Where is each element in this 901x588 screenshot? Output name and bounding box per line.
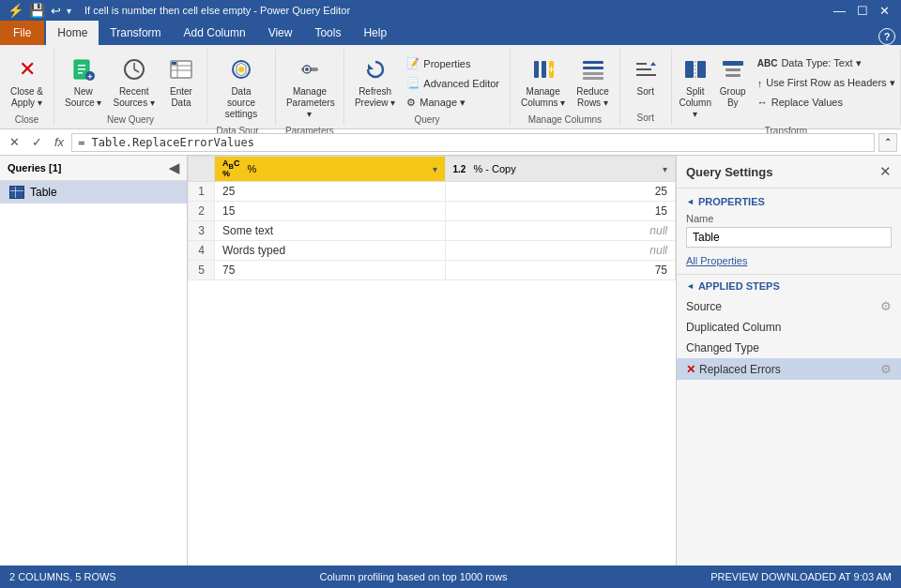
help-button[interactable]: ? bbox=[878, 28, 895, 45]
manage-parameters-button[interactable]: ManageParameters ▾ bbox=[282, 51, 338, 124]
first-row-headers-label: Use First Row as Headers ▾ bbox=[766, 77, 894, 89]
first-row-headers-button[interactable]: ↑ Use First Row as Headers ▾ bbox=[753, 74, 900, 92]
maximize-button[interactable]: ☐ bbox=[853, 4, 872, 18]
split-column-button[interactable]: SplitColumn ▾ bbox=[678, 51, 713, 124]
all-properties-link[interactable]: All Properties bbox=[677, 255, 901, 274]
tab-home[interactable]: Home bbox=[46, 21, 99, 45]
row1-col1: 25 bbox=[215, 182, 446, 202]
data-grid[interactable]: ABC% % ▾ 1.2 % - Copy bbox=[188, 156, 676, 565]
query-item-table[interactable]: Table bbox=[0, 181, 187, 204]
title-bar: ⚡ 💾 ↩ ▾ If cell is number then cell else… bbox=[0, 0, 901, 21]
step-error-icon: ✕ bbox=[686, 363, 695, 376]
row5-col1: 75 bbox=[215, 261, 446, 280]
quick-dropdown-icon[interactable]: ▾ bbox=[67, 6, 71, 16]
step-source-gear-icon[interactable]: ⚙ bbox=[880, 299, 892, 313]
step-duplicated-column[interactable]: Duplicated Column bbox=[677, 317, 901, 338]
group-by-icon bbox=[718, 54, 748, 84]
row3-col2: null bbox=[445, 221, 676, 241]
quick-undo-icon[interactable]: ↩ bbox=[51, 4, 61, 18]
step-replaced-errors[interactable]: ✕ Replaced Errors ⚙ bbox=[677, 358, 901, 380]
query-item-table-label: Table bbox=[30, 186, 57, 199]
queries-panel: Queries [1] ◀ Table bbox=[0, 156, 188, 565]
svg-line-8 bbox=[134, 69, 139, 72]
data-type-button[interactable]: ABC Data Type: Text ▾ bbox=[753, 54, 900, 72]
step-duplicated-column-left: Duplicated Column bbox=[686, 321, 781, 334]
recent-sources-button[interactable]: RecentSources ▾ bbox=[108, 51, 159, 113]
query-small-buttons: 📝 Properties 📃 Advanced Editor ⚙ Manage … bbox=[402, 51, 504, 112]
table-icon bbox=[9, 186, 24, 199]
row-num-3: 3 bbox=[189, 221, 215, 241]
reduce-rows-button[interactable]: ReduceRows ▾ bbox=[572, 51, 613, 113]
status-preview-time: PREVIEW DOWNLOADED AT 9:03 AM bbox=[710, 571, 892, 582]
group-by-button[interactable]: GroupBy bbox=[715, 51, 751, 113]
replace-values-label: Replace Values bbox=[771, 97, 843, 108]
col1-dropdown-icon[interactable]: ▾ bbox=[433, 164, 437, 174]
step-source[interactable]: Source ⚙ bbox=[677, 295, 901, 317]
new-source-button[interactable]: + NewSource ▾ bbox=[60, 51, 106, 113]
svg-rect-26 bbox=[583, 67, 603, 69]
recent-sources-icon bbox=[119, 54, 149, 84]
ribbon: ✕ Close &Apply ▾ Close + NewSource ▾ Rec… bbox=[0, 45, 901, 129]
close-window-button[interactable]: ✕ bbox=[876, 4, 893, 18]
svg-point-18 bbox=[305, 68, 309, 71]
properties-icon: 📝 bbox=[406, 57, 420, 69]
manage-button[interactable]: ⚙ Manage ▾ bbox=[402, 94, 504, 112]
queries-collapse-button[interactable]: ◀ bbox=[169, 160, 179, 175]
column-header-2[interactable]: 1.2 % - Copy ▾ bbox=[445, 157, 676, 182]
replace-values-button[interactable]: ↔ Replace Values bbox=[753, 94, 900, 111]
data-source-settings-button[interactable]: Data sourcesettings bbox=[213, 51, 269, 124]
ribbon-close-area: ? bbox=[878, 28, 901, 45]
reduce-rows-label: ReduceRows ▾ bbox=[576, 86, 608, 109]
title-bar-controls: — ☐ ✕ bbox=[830, 4, 893, 18]
name-input[interactable] bbox=[686, 227, 892, 248]
status-bar: 2 COLUMNS, 5 ROWS Column profiling based… bbox=[0, 565, 901, 588]
col2-name: % - Copy bbox=[473, 163, 515, 174]
sort-button[interactable]: Sort bbox=[626, 51, 665, 101]
minimize-button[interactable]: — bbox=[830, 4, 849, 18]
settings-close-button[interactable]: ✕ bbox=[879, 163, 892, 180]
new-source-icon: + bbox=[69, 54, 99, 84]
enter-data-icon bbox=[166, 54, 196, 84]
step-changed-type-left: Changed Type bbox=[686, 341, 759, 354]
row-num-2: 2 bbox=[189, 202, 215, 221]
formula-input[interactable] bbox=[71, 133, 875, 152]
col2-dropdown-icon[interactable]: ▾ bbox=[663, 164, 667, 174]
row2-col1: 15 bbox=[215, 202, 446, 221]
ribbon-group-transform-content: SplitColumn ▾ GroupBy ABC Data Type: Tex… bbox=[678, 51, 894, 124]
table-row: 4 Words typed null bbox=[189, 241, 676, 261]
properties-button[interactable]: 📝 Properties bbox=[402, 54, 504, 72]
svg-rect-25 bbox=[583, 61, 603, 64]
formula-confirm-button[interactable]: ✓ bbox=[26, 132, 47, 153]
formula-expand-button[interactable]: ⌃ bbox=[878, 133, 897, 152]
name-label: Name bbox=[686, 213, 892, 224]
enter-data-button[interactable]: EnterData bbox=[161, 51, 201, 113]
status-columns-rows: 2 COLUMNS, 5 ROWS bbox=[9, 571, 116, 582]
formula-cancel-button[interactable]: ✕ bbox=[4, 132, 24, 153]
tab-add-column[interactable]: Add Column bbox=[173, 21, 257, 45]
tab-view[interactable]: View bbox=[257, 21, 304, 45]
fx-label: fx bbox=[51, 135, 68, 149]
column-header-1[interactable]: ABC% % ▾ bbox=[215, 157, 446, 182]
manage-columns-button[interactable]: ManageColumns ▾ bbox=[516, 51, 570, 113]
svg-rect-27 bbox=[583, 72, 603, 75]
step-source-label: Source bbox=[686, 300, 722, 313]
formula-bar-buttons: ✕ ✓ bbox=[4, 132, 47, 153]
tab-help[interactable]: Help bbox=[352, 21, 398, 45]
refresh-preview-button[interactable]: RefreshPreview ▾ bbox=[350, 51, 400, 113]
quick-save-icon[interactable]: 💾 bbox=[29, 3, 45, 18]
close-apply-button[interactable]: ✕ Close &Apply ▾ bbox=[6, 51, 48, 113]
tab-tools[interactable]: Tools bbox=[303, 21, 352, 45]
step-changed-type[interactable]: Changed Type bbox=[677, 338, 901, 358]
split-column-label: SplitColumn ▾ bbox=[680, 86, 711, 120]
step-replaced-errors-left: ✕ Replaced Errors bbox=[686, 363, 781, 376]
ribbon-group-data-source: Data sourcesettings Data Sour... bbox=[207, 49, 276, 125]
ribbon-group-close-label: Close bbox=[6, 113, 48, 125]
step-replaced-errors-gear-icon[interactable]: ⚙ bbox=[880, 362, 892, 376]
title-bar-title: If cell is number then cell else empty -… bbox=[84, 5, 350, 16]
tab-file[interactable]: File bbox=[0, 21, 44, 45]
tab-transform[interactable]: Transform bbox=[99, 21, 172, 45]
row3-col1: Some text bbox=[215, 221, 446, 241]
svg-rect-38 bbox=[725, 74, 741, 77]
svg-point-15 bbox=[238, 67, 244, 72]
advanced-editor-button[interactable]: 📃 Advanced Editor bbox=[402, 74, 504, 92]
